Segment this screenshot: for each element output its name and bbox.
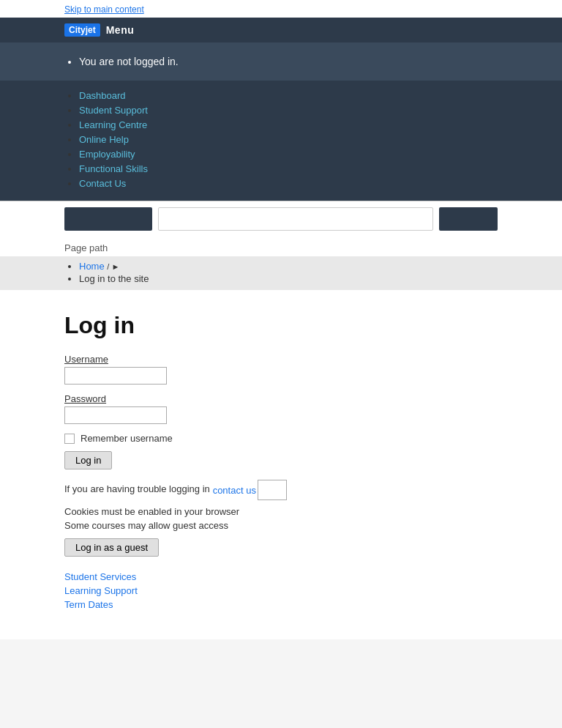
username-group: Username bbox=[64, 354, 498, 385]
password-input[interactable] bbox=[64, 406, 167, 424]
nav-menu-link[interactable]: Student Support bbox=[79, 105, 148, 116]
footer-link[interactable]: Student Services bbox=[64, 571, 498, 582]
username-label: Username bbox=[64, 354, 498, 365]
nav-menu-link[interactable]: Functional Skills bbox=[79, 163, 148, 174]
cookies-text: Cookies must be enabled in your browser bbox=[64, 506, 498, 517]
cookie-popup-box bbox=[258, 480, 287, 500]
search-bar-left-block bbox=[64, 207, 152, 231]
page-title: Log in bbox=[64, 312, 498, 339]
contact-us-link[interactable]: contact us bbox=[213, 485, 256, 496]
nav-menu-link[interactable]: Learning Centre bbox=[79, 119, 147, 130]
guest-courses-text: Some courses may allow guest access bbox=[64, 520, 498, 531]
trouble-row: If you are having trouble logging in con… bbox=[64, 480, 498, 500]
breadcrumb-home[interactable]: Home / ► bbox=[79, 261, 498, 272]
nav-menu-link[interactable]: Dashboard bbox=[79, 90, 126, 101]
nav-menu-item: Student Support bbox=[79, 104, 498, 116]
footer-link[interactable]: Term Dates bbox=[64, 599, 498, 610]
guest-login-button[interactable]: Log in as a guest bbox=[64, 538, 159, 557]
password-group: Password bbox=[64, 393, 498, 424]
nav-menu-link[interactable]: Contact Us bbox=[79, 178, 126, 189]
footer-links: Student ServicesLearning SupportTerm Dat… bbox=[64, 571, 498, 610]
remember-username-checkbox[interactable] bbox=[64, 434, 75, 444]
top-nav-bar: Cityjet Menu bbox=[0, 18, 562, 42]
nav-menu-item: Contact Us bbox=[79, 177, 498, 189]
skip-to-main-link[interactable]: Skip to main content bbox=[0, 0, 562, 18]
cityjet-badge: Cityjet bbox=[64, 23, 100, 37]
username-input[interactable] bbox=[64, 367, 167, 385]
footer-link[interactable]: Learning Support bbox=[64, 585, 498, 596]
breadcrumb-current: Log in to the site bbox=[79, 273, 498, 284]
nav-menu-item: Online Help bbox=[79, 133, 498, 145]
search-input[interactable] bbox=[158, 207, 433, 231]
login-button[interactable]: Log in bbox=[64, 451, 112, 469]
password-label: Password bbox=[64, 393, 498, 404]
not-logged-in-message: You are not logged in. bbox=[79, 56, 498, 67]
main-content: Log in Username Password Remember userna… bbox=[0, 290, 562, 639]
nav-menu-item: Learning Centre bbox=[79, 119, 498, 130]
remember-username-row: Remember username bbox=[64, 433, 498, 444]
nav-menu-item: Employability bbox=[79, 148, 498, 160]
breadcrumb-home-link[interactable]: Home bbox=[79, 261, 105, 272]
menu-label: Menu bbox=[106, 24, 135, 36]
trouble-text: If you are having trouble logging in bbox=[64, 483, 210, 494]
remember-username-label: Remember username bbox=[80, 433, 173, 444]
nav-menu-link[interactable]: Online Help bbox=[79, 134, 129, 145]
nav-menu-link[interactable]: Employability bbox=[79, 149, 135, 160]
breadcrumb-separator: / ► bbox=[107, 262, 119, 271]
alert-bar: You are not logged in. bbox=[0, 42, 562, 81]
page-path-label: Page path bbox=[0, 237, 562, 256]
nav-menu-item: Functional Skills bbox=[79, 163, 498, 174]
nav-menu: DashboardStudent SupportLearning CentreO… bbox=[0, 81, 562, 201]
search-bar-area bbox=[0, 201, 562, 237]
breadcrumb: Home / ► Log in to the site bbox=[0, 256, 562, 290]
page-path-text: Page path bbox=[64, 242, 108, 253]
nav-menu-item: Dashboard bbox=[79, 89, 498, 101]
search-bar-right-block bbox=[439, 207, 498, 231]
